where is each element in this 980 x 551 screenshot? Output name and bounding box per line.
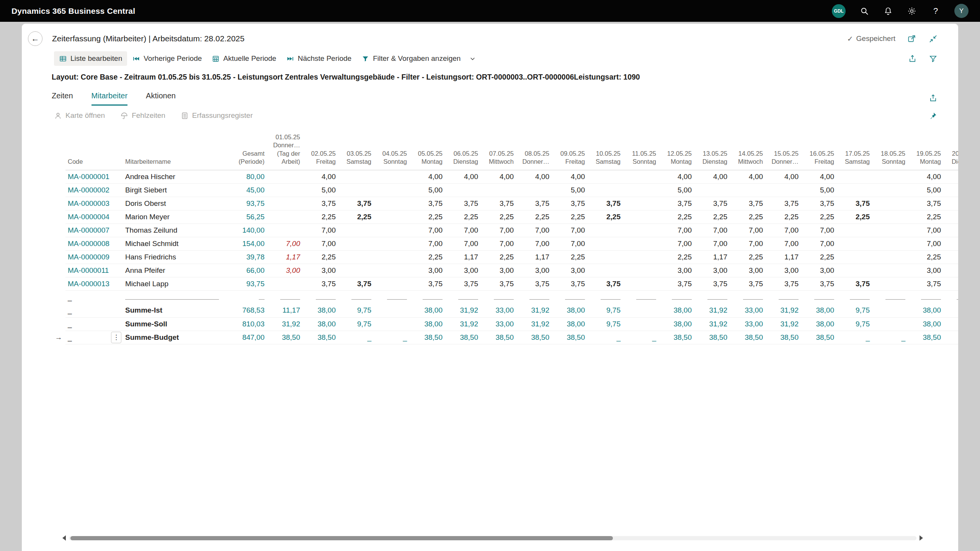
day-value-cell[interactable]: 2,25 <box>446 210 482 223</box>
day-value-cell[interactable] <box>802 290 838 304</box>
day-value-cell[interactable] <box>482 183 518 197</box>
employee-name-cell[interactable]: Michael Lapp <box>123 277 234 290</box>
day-value-cell[interactable]: 1,17 <box>945 250 958 264</box>
day-value-cell[interactable]: 3,00 <box>731 264 767 277</box>
scroll-right-arrow[interactable] <box>920 535 923 541</box>
day-value-cell[interactable] <box>838 170 874 183</box>
day-value-cell[interactable] <box>874 210 909 223</box>
day-value-cell[interactable]: 4,00 <box>696 170 731 183</box>
day-value-cell[interactable] <box>731 183 767 197</box>
absences-button[interactable]: Fehlzeiten <box>120 111 165 120</box>
tab-mitarbeiter[interactable]: Mitarbeiter <box>91 91 127 106</box>
day-value-cell[interactable]: 3,75 <box>553 277 589 290</box>
day-value-cell[interactable] <box>340 264 375 277</box>
day-value-cell[interactable] <box>696 290 731 304</box>
day-value-cell[interactable]: 7,00 <box>518 237 553 250</box>
day-value-cell[interactable]: 4,00 <box>909 170 945 183</box>
collapse-page-icon[interactable] <box>928 33 938 44</box>
day-value-cell[interactable]: 4,00 <box>731 170 767 183</box>
code-cell[interactable]: _ <box>65 290 123 304</box>
day-value-cell[interactable] <box>874 277 909 290</box>
employee-code-link[interactable]: MA-0000009 <box>68 253 109 261</box>
day-value-cell[interactable]: 7,00 <box>304 223 340 237</box>
back-button[interactable]: ← <box>28 31 42 46</box>
day-value-cell[interactable] <box>268 210 304 223</box>
more-commands-chevron-button[interactable] <box>466 52 479 66</box>
employee-name-cell[interactable]: Doris Oberst <box>123 197 234 210</box>
toggle-filter-pane-icon[interactable] <box>928 53 938 64</box>
day-value-cell[interactable]: 3,75 <box>838 277 874 290</box>
day-value-cell[interactable] <box>874 264 909 277</box>
day-value-cell[interactable]: 7,00 <box>696 223 731 237</box>
employee-name-cell[interactable] <box>123 290 234 304</box>
day-value-cell[interactable] <box>482 290 518 304</box>
day-value-cell[interactable] <box>874 223 909 237</box>
employee-code-link[interactable]: MA-0000011 <box>68 266 109 274</box>
day-value-cell[interactable] <box>624 170 660 183</box>
day-value-cell[interactable] <box>375 290 411 304</box>
day-value-cell[interactable]: 3,75 <box>340 277 375 290</box>
day-value-cell[interactable]: 7,00 <box>411 223 446 237</box>
day-value-cell[interactable]: 7,00 <box>696 237 731 250</box>
day-value-cell[interactable] <box>304 290 340 304</box>
day-value-cell[interactable]: 3,75 <box>518 197 553 210</box>
day-value-cell[interactable]: 3,75 <box>945 277 958 290</box>
day-value-cell[interactable] <box>838 290 874 304</box>
day-value-cell[interactable]: 4,00 <box>518 170 553 183</box>
day-value-cell[interactable] <box>340 250 375 264</box>
settings-gear-icon[interactable] <box>907 6 917 16</box>
day-value-cell[interactable]: 3,75 <box>909 197 945 210</box>
day-value-cell[interactable] <box>624 197 660 210</box>
entry-register-button[interactable]: Erfassungsregister <box>181 111 253 120</box>
day-value-cell[interactable]: 3,75 <box>589 197 624 210</box>
edit-list-button[interactable]: Liste bearbeiten <box>54 51 127 66</box>
day-value-cell[interactable]: 2,25 <box>660 210 696 223</box>
day-value-cell[interactable] <box>340 170 375 183</box>
filter-presets-button[interactable]: Filter & Vorgaben anzeigen <box>356 51 466 66</box>
employee-name-cell[interactable]: Summe-Ist <box>123 304 234 317</box>
code-cell[interactable]: _⋮ <box>65 331 123 344</box>
day-value-cell[interactable]: 3,00 <box>696 264 731 277</box>
day-value-cell[interactable]: 3,00 <box>660 264 696 277</box>
day-value-cell[interactable]: 7,00 <box>660 237 696 250</box>
day-value-cell[interactable]: 7,00 <box>909 237 945 250</box>
day-value-cell[interactable] <box>838 250 874 264</box>
day-value-cell[interactable]: 2,25 <box>340 210 375 223</box>
previous-period-button[interactable]: Vorherige Periode <box>127 51 207 66</box>
day-value-cell[interactable] <box>624 210 660 223</box>
day-value-cell[interactable]: 4,00 <box>660 170 696 183</box>
employee-code-link[interactable]: MA-0000013 <box>68 280 109 288</box>
day-value-cell[interactable]: 3,75 <box>767 197 802 210</box>
day-value-cell[interactable]: 3,75 <box>304 277 340 290</box>
share-icon[interactable] <box>907 53 918 64</box>
day-value-cell[interactable] <box>553 290 589 304</box>
day-value-cell[interactable] <box>624 223 660 237</box>
day-value-cell[interactable]: 3,75 <box>802 197 838 210</box>
day-value-cell[interactable]: 3,75 <box>945 197 958 210</box>
day-value-cell[interactable] <box>731 290 767 304</box>
day-value-cell[interactable]: 2,25 <box>731 210 767 223</box>
day-value-cell[interactable]: 2,25 <box>411 210 446 223</box>
day-value-cell[interactable]: 3,75 <box>660 277 696 290</box>
day-value-cell[interactable] <box>624 290 660 304</box>
employee-name-cell[interactable]: Hans Friedrichs <box>123 250 234 264</box>
day-value-cell[interactable]: 7,00 <box>731 223 767 237</box>
day-value-cell[interactable] <box>375 170 411 183</box>
day-value-cell[interactable] <box>375 223 411 237</box>
day-value-cell[interactable]: 3,00 <box>909 264 945 277</box>
day-value-cell[interactable] <box>589 223 624 237</box>
day-value-cell[interactable]: 7,00 <box>909 223 945 237</box>
day-value-cell[interactable] <box>375 183 411 197</box>
employee-name-cell[interactable]: Thomas Zeilund <box>123 223 234 237</box>
employee-name-cell[interactable]: Summe-Budget <box>123 331 234 344</box>
day-value-cell[interactable]: 2,25 <box>731 250 767 264</box>
day-value-cell[interactable] <box>624 277 660 290</box>
day-value-cell[interactable]: 7,00 <box>767 223 802 237</box>
day-value-cell[interactable] <box>518 290 553 304</box>
day-value-cell[interactable]: 2,25 <box>518 210 553 223</box>
user-avatar[interactable]: Y <box>954 4 969 18</box>
day-value-cell[interactable]: 3,75 <box>446 277 482 290</box>
tab-zeiten[interactable]: Zeiten <box>52 91 73 106</box>
day-value-cell[interactable] <box>624 183 660 197</box>
code-cell[interactable]: _ <box>65 317 123 331</box>
